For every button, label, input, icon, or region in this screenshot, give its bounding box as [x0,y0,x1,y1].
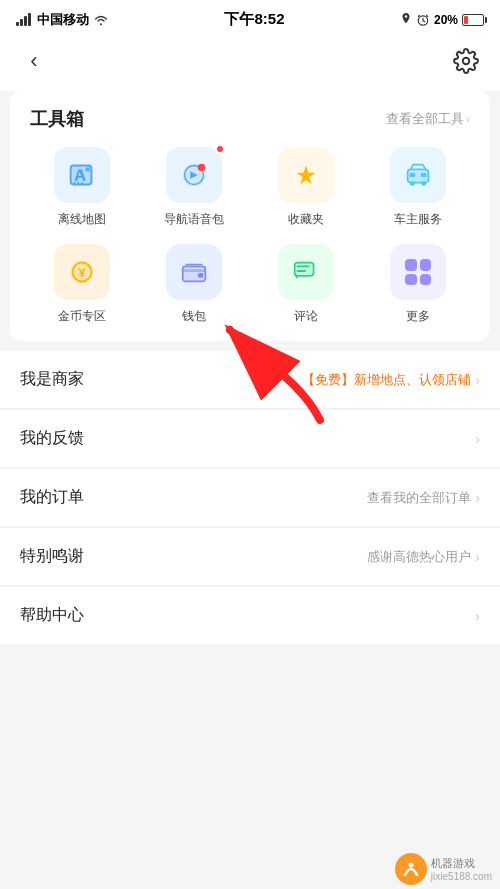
location-icon [400,13,412,27]
merchant-menu-item[interactable]: 我是商家 【免费】新增地点、认领店铺 › [0,351,500,409]
gold-zone-label: 金币专区 [58,308,106,325]
carrier-label: 中国移动 [37,11,89,29]
svg-rect-6 [410,173,416,177]
thanks-label: 特别鸣谢 [20,546,84,567]
thanks-right-text: 感谢高德热心用户 [367,548,471,566]
help-right: › [475,608,480,624]
orders-label: 我的订单 [20,487,84,508]
help-menu-item[interactable]: 帮助中心 › [0,587,500,644]
tool-car-service[interactable]: 车主服务 [366,147,470,228]
favorites-label: 收藏夹 [288,211,324,228]
tool-comment[interactable]: 评论 [254,244,358,325]
signal-icon [16,13,31,26]
comment-icon-container [278,244,334,300]
feedback-right: › [475,431,480,447]
thanks-right: 感谢高德热心用户 › [367,548,480,566]
gold-zone-icon-container: ¥ [54,244,110,300]
feedback-chevron: › [475,431,480,447]
svg-rect-17 [295,263,314,276]
tool-gold-zone[interactable]: ¥ 金币专区 [30,244,134,325]
svg-point-21 [408,863,413,868]
settings-button[interactable] [448,43,484,79]
tool-more[interactable]: 更多 [366,244,470,325]
thanks-chevron: › [475,549,480,565]
wallet-icon-container [166,244,222,300]
notification-badge [215,144,225,154]
nav-voice-label: 导航语音包 [164,211,224,228]
thanks-menu-item[interactable]: 特别鸣谢 感谢高德热心用户 › [0,528,500,586]
orders-chevron: › [475,490,480,506]
svg-point-9 [421,181,426,186]
comment-label: 评论 [294,308,318,325]
tool-favorites[interactable]: 收藏夹 [254,147,358,228]
tool-nav-voice[interactable]: 导航语音包 [142,147,246,228]
watermark: 机器游戏 jixie5188.com [395,853,492,885]
status-bar: 中国移动 下午8:52 20% [0,0,500,35]
battery-icon [462,14,484,26]
chevron-right-icon: › [466,112,470,126]
svg-rect-16 [198,273,204,278]
tool-wallet[interactable]: 钱包 [142,244,246,325]
wallet-label: 钱包 [182,308,206,325]
watermark-icon [395,853,427,885]
offline-map-icon [54,147,110,203]
toolbox-section: 工具箱 查看全部工具 › 离线地图 [10,91,490,341]
tool-offline-map[interactable]: 离线地图 [30,147,134,228]
offline-map-label: 离线地图 [58,211,106,228]
feedback-menu-item[interactable]: 我的反馈 › [0,410,500,468]
orders-right: 查看我的全部订单 › [367,489,480,507]
merchant-right: 【免费】新增地点、认领店铺 › [302,371,480,389]
svg-point-3 [198,164,206,172]
back-button[interactable]: ‹ [16,43,52,79]
more-grid-icon [405,259,431,285]
merchant-label: 我是商家 [20,369,84,390]
tool-grid: 离线地图 导航语音包 收藏夹 [30,147,470,325]
merchant-right-text: 【免费】新增地点、认领店铺 [302,371,471,389]
status-left: 中国移动 [16,11,109,29]
view-all-tools-link[interactable]: 查看全部工具 › [386,110,470,128]
help-label: 帮助中心 [20,605,84,626]
orders-right-text: 查看我的全部订单 [367,489,471,507]
merchant-chevron: › [475,372,480,388]
svg-rect-7 [421,173,427,177]
car-service-icon-container [390,147,446,203]
more-label: 更多 [406,308,430,325]
favorites-icon-container [278,147,334,203]
help-chevron: › [475,608,480,624]
top-nav: ‹ [0,35,500,91]
nav-voice-icon-container [166,147,222,203]
svg-text:¥: ¥ [78,265,86,280]
status-right: 20% [400,13,484,27]
menu-list: 我是商家 【免费】新增地点、认领店铺 › 我的反馈 › 我的订单 查看我的全部订… [0,351,500,644]
svg-rect-15 [183,269,206,272]
svg-point-8 [410,181,415,186]
watermark-url: jixie5188.com [431,871,492,882]
battery-percent: 20% [434,13,458,27]
more-icon-container [390,244,446,300]
wifi-icon [93,14,109,26]
watermark-text: 机器游戏 [431,856,492,870]
toolbox-header: 工具箱 查看全部工具 › [30,107,470,131]
car-service-label: 车主服务 [394,211,442,228]
feedback-label: 我的反馈 [20,428,84,449]
orders-menu-item[interactable]: 我的订单 查看我的全部订单 › [0,469,500,527]
time-display: 下午8:52 [224,10,284,29]
alarm-icon [416,13,430,27]
toolbox-title: 工具箱 [30,107,84,131]
